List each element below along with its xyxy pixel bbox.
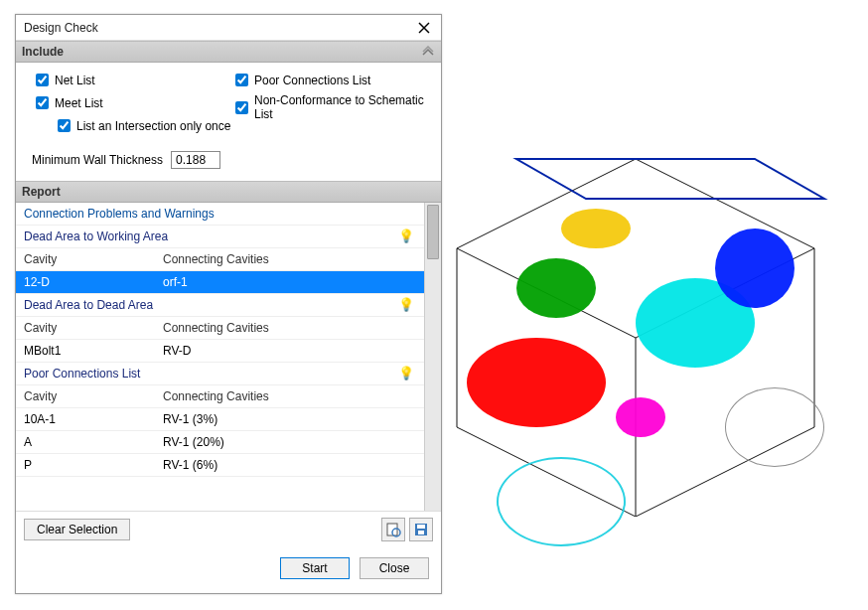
checkbox-meet-list[interactable]: Meet List (32, 93, 231, 112)
report-section-poor-connections[interactable]: Poor Connections List 💡 (16, 363, 424, 385)
report-section-dead-to-dead[interactable]: Dead Area to Dead Area 💡 (16, 294, 424, 317)
checkbox-list-once[interactable]: List an Intersection only once (54, 116, 231, 135)
report-group-link[interactable]: Connection Problems and Warnings (16, 203, 424, 226)
model-viewport[interactable] (397, 79, 864, 576)
checkbox-non-conformance[interactable]: Non-Conformance to Schematic List (231, 93, 431, 121)
table-header: Cavity Connecting Cavities (16, 385, 424, 408)
table-header: Cavity Connecting Cavities (16, 248, 424, 271)
clear-selection-button[interactable]: Clear Selection (24, 519, 130, 540)
chevron-icon (421, 46, 435, 63)
preview-icon[interactable] (381, 518, 405, 541)
table-row[interactable]: A RV-1 (20%) (16, 431, 424, 454)
svg-rect-11 (418, 531, 424, 534)
report-section-dead-to-working[interactable]: Dead Area to Working Area 💡 (16, 226, 424, 248)
start-button[interactable]: Start (280, 557, 350, 579)
table-header: Cavity Connecting Cavities (16, 317, 424, 340)
checkbox-poor-connections[interactable]: Poor Connections List (231, 71, 431, 89)
design-check-dialog: Design Check Include Net List Meet List … (15, 14, 442, 594)
save-icon[interactable] (409, 518, 433, 541)
include-header[interactable]: Include (16, 41, 441, 63)
titlebar[interactable]: Design Check (16, 15, 441, 41)
close-icon[interactable] (415, 19, 433, 37)
checkbox-net-list[interactable]: Net List (32, 71, 231, 89)
report-list[interactable]: Connection Problems and Warnings Dead Ar… (16, 203, 424, 511)
lightbulb-icon[interactable]: 💡 (398, 366, 414, 381)
scrollbar[interactable] (424, 203, 441, 511)
table-row[interactable]: 10A-1 RV-1 (3%) (16, 408, 424, 431)
lightbulb-icon[interactable]: 💡 (398, 297, 414, 312)
table-row[interactable]: 12-D orf-1 (16, 271, 424, 294)
dialog-title: Design Check (24, 21, 98, 35)
close-button[interactable]: Close (360, 557, 429, 579)
svg-marker-4 (516, 159, 824, 199)
table-row[interactable]: MBolt1 RV-D (16, 340, 424, 363)
min-wall-input[interactable] (171, 151, 220, 169)
svg-rect-10 (417, 525, 425, 529)
min-wall-label: Minimum Wall Thickness (32, 153, 163, 167)
lightbulb-icon[interactable]: 💡 (398, 229, 414, 243)
table-row[interactable]: P RV-1 (6%) (16, 454, 424, 477)
report-header[interactable]: Report (16, 181, 441, 203)
